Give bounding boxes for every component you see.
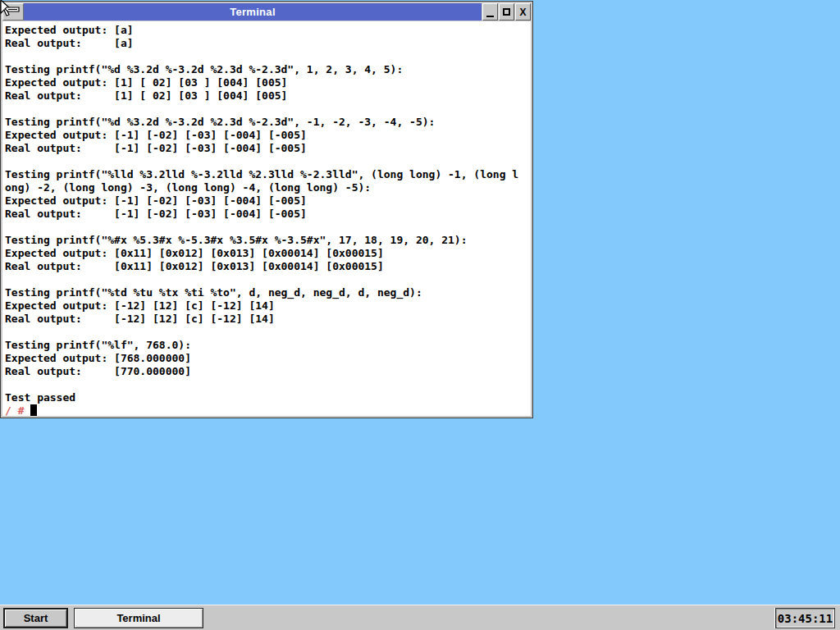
terminal-line: Expected output: [-12] [12] [c] [-12] [1… — [5, 299, 531, 313]
start-button[interactable]: Start — [3, 608, 68, 628]
terminal-line: Real output: [-1] [-02] [-03] [-004] [-0… — [5, 142, 531, 155]
terminal-line: Expected output: [-1] [-02] [-03] [-004]… — [5, 194, 531, 208]
terminal-line: Test passed — [5, 391, 531, 404]
window-title: Terminal — [24, 3, 482, 21]
terminal-line: Real output: [0x11] [0x012] [0x013] [0x0… — [5, 260, 531, 273]
terminal-window: Terminal X Expected output: [a]Real outp… — [0, 1, 533, 418]
text-cursor — [30, 404, 37, 416]
desktop: Terminal X Expected output: [a]Real outp… — [0, 0, 840, 630]
terminal-line: Testing printf("%td %tu %tx %ti %to", d,… — [5, 286, 531, 299]
taskbar: Start Terminal 03:45:11 — [0, 605, 840, 630]
close-icon: X — [519, 7, 526, 17]
terminal-line — [5, 273, 531, 286]
terminal-line: Testing printf("%d %3.2d %-3.2d %2.3d %-… — [5, 63, 531, 76]
terminal-line: Expected output: [1] [ 02] [03 ] [004] [… — [5, 76, 531, 89]
minimize-button[interactable] — [482, 3, 498, 21]
terminal-line: Testing printf("%d %3.2d %-3.2d %2.3d %-… — [5, 116, 531, 129]
terminal-line — [5, 103, 531, 116]
terminal-line: Expected output: [a] — [5, 24, 531, 37]
prompt-line: / # — [5, 404, 531, 416]
taskbar-clock: 03:45:11 — [775, 608, 835, 628]
terminal-line: ong) -2, (long long) -3, (long long) -4,… — [5, 181, 531, 194]
terminal-line: Real output: [a] — [5, 37, 531, 50]
terminal-line: Testing printf("%lf", 768.0): — [5, 339, 531, 352]
terminal-output[interactable]: Expected output: [a]Real output: [a]Test… — [2, 21, 531, 416]
shell-prompt: / # — [5, 404, 24, 416]
terminal-line: Expected output: [768.000000] — [5, 352, 531, 365]
terminal-line: Expected output: [-1] [-02] [-03] [-004]… — [5, 129, 531, 142]
terminal-line: Real output: [770.000000] — [5, 365, 531, 378]
taskbar-item-terminal[interactable]: Terminal — [74, 608, 203, 628]
terminal-line — [5, 50, 531, 63]
close-button[interactable]: X — [515, 3, 531, 21]
terminal-line: Expected output: [0x11] [0x012] [0x013] … — [5, 247, 531, 260]
terminal-line — [5, 221, 531, 234]
terminal-line — [5, 155, 531, 168]
terminal-line: Testing printf("%#x %5.3#x %-5.3#x %3.5#… — [5, 234, 531, 247]
terminal-line: Real output: [-12] [12] [c] [-12] [14] — [5, 313, 531, 326]
window-menu-button[interactable] — [2, 3, 24, 21]
terminal-line — [5, 378, 531, 391]
terminal-line: Real output: [-1] [-02] [-03] [-004] [-0… — [5, 208, 531, 221]
minimize-icon — [486, 16, 494, 17]
terminal-line: Testing printf("%lld %3.2lld %-3.2lld %2… — [5, 168, 531, 181]
terminal-lines: Expected output: [a]Real output: [a]Test… — [5, 24, 531, 404]
terminal-line: Real output: [1] [ 02] [03 ] [004] [005] — [5, 89, 531, 103]
terminal-line — [5, 326, 531, 339]
maximize-icon — [503, 8, 510, 16]
maximize-button[interactable] — [499, 3, 514, 21]
titlebar[interactable]: Terminal X — [2, 3, 531, 21]
